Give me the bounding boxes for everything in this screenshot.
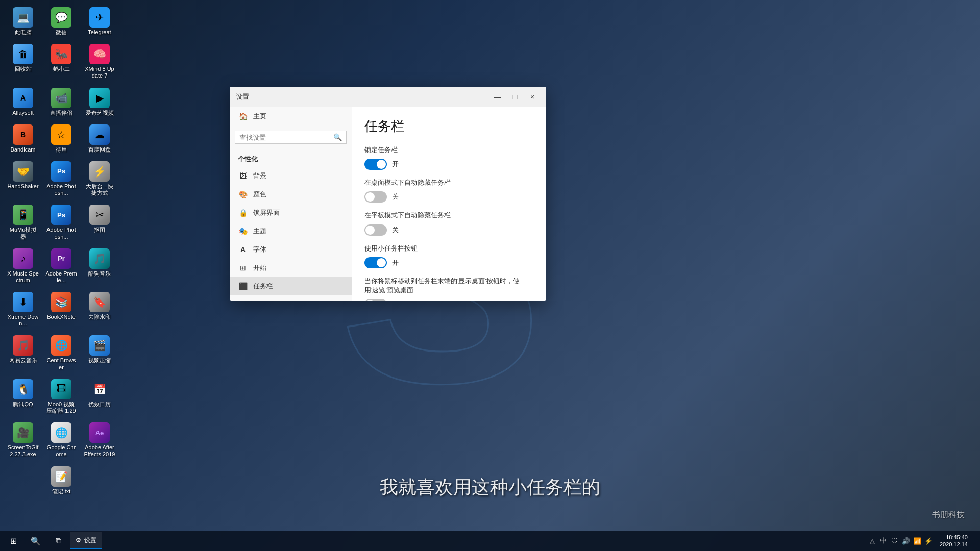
sidebar-item-background[interactable]: 🖼 背景 (230, 167, 352, 185)
desktop-icon-telegram[interactable]: ✈ Telegreat (82, 5, 117, 38)
sidebar-item-font[interactable]: A 字体 (230, 240, 352, 259)
active-settings-btn[interactable]: ⚙ 设置 (70, 532, 102, 549)
desktop-icon-moo0[interactable]: 🎞 Moo0 视频压缩器 1.29 (43, 377, 79, 416)
desktop: S 💻 此电脑 💬 微信 ✈ Telegreat 🗑 回收站 🐜 蚂小二 🧠 X… (0, 0, 980, 551)
desktop-icon-notepad[interactable]: 📝 笔记.txt (43, 464, 79, 497)
live-icon: 📹 (51, 88, 71, 108)
lock-taskbar-toggle-row: 开 (364, 159, 534, 170)
desktop-icon-daihao[interactable]: ☆ 待用 (43, 122, 79, 155)
tray-caret[interactable]: △ (867, 532, 877, 549)
desktop-icon-recycle[interactable]: 🗑 回收站 (5, 42, 41, 81)
desktop-icon-video[interactable]: 🎬 视频压缩 (82, 333, 117, 372)
small-buttons-toggle-row: 开 (364, 257, 534, 268)
window-controls: — □ × (490, 91, 540, 103)
desktop-icon-ps2[interactable]: Ps Adobe Photosh... (43, 203, 79, 242)
lock-taskbar-label: 锁定任务栏 (364, 145, 534, 155)
pr-icon: Pr (51, 248, 71, 269)
search-input[interactable] (239, 134, 330, 141)
desktop-icon-xmusic[interactable]: ♪ X Music Spectrum (5, 246, 41, 286)
desktop-icon-chrome[interactable]: 🌐 Google Chrome (43, 420, 79, 460)
settings-main-content: 任务栏 锁定任务栏 开 在桌面模式下自动隐藏任务栏 (352, 107, 546, 301)
cortana-button[interactable]: 🔍 (26, 532, 46, 549)
desktop-icon-ant[interactable]: 🐜 蚂小二 (43, 42, 79, 81)
daihao-label: 待用 (56, 146, 67, 153)
desktop-icon-qianqian[interactable]: 🎵 酷狗音乐 (82, 246, 117, 286)
home-icon: 🏠 (238, 111, 248, 121)
show-desktop-toggle-row: 关 (364, 299, 534, 301)
show-desktop-btn[interactable] (974, 532, 977, 549)
ant-label: 蚂小二 (53, 66, 70, 72)
sidebar-home-label: 主页 (253, 112, 266, 121)
small-buttons-label: 使用小任务栏按钮 (364, 244, 534, 253)
sidebar-item-start[interactable]: ⊞ 开始 (230, 259, 352, 277)
desktop-icon-ps[interactable]: Ps Adobe Photosh... (43, 159, 79, 198)
desktop-icon-qqim[interactable]: 🐧 腾讯QQ (5, 377, 41, 416)
tray-icons: △ 中 🛡 🔊 📶 ⚡ (867, 532, 934, 549)
desktop-icons-grid: 💻 此电脑 💬 微信 ✈ Telegreat 🗑 回收站 🐜 蚂小二 🧠 XMi… (0, 0, 122, 502)
fumi-label: 抠图 (94, 227, 105, 233)
sidebar-item-lockscreen[interactable]: 🔒 锁屏界面 (230, 204, 352, 222)
baidu-label: 百度网盘 (88, 146, 111, 153)
auto-hide-tablet-label: 在平板模式下自动隐藏任务栏 (364, 211, 534, 220)
active-app-label: 设置 (84, 536, 96, 545)
desktop-icon-kuaijie[interactable]: ⚡ 大后台 - 快捷方式 (82, 159, 117, 198)
lock-taskbar-toggle[interactable] (364, 159, 387, 170)
live-label: 直播伴侣 (50, 110, 72, 116)
moo0-icon: 🎞 (51, 379, 71, 399)
desktop-icon-pr[interactable]: Pr Adobe Premie... (43, 246, 79, 286)
clock[interactable]: 18:45:40 2020.12.14 (937, 533, 971, 549)
bottom-text: 我就喜欢用这种小任务栏的 (380, 475, 600, 500)
desktop-icon-watermark[interactable]: 🔖 去除水印 (82, 290, 117, 329)
minimize-button[interactable]: — (490, 91, 505, 103)
sidebar-item-home[interactable]: 🏠 主页 (230, 107, 352, 126)
desktop-icon-bookxnote[interactable]: 📚 BookXNote (43, 290, 79, 329)
xtreme-icon: ⬇ (13, 292, 33, 312)
show-desktop-label: 当你将鼠标移动到任务栏末端的'显示桌面'按钮时，使用'速览'预览桌面 (364, 277, 534, 295)
bookxnote-icon: 📚 (51, 292, 71, 312)
small-buttons-toggle[interactable] (364, 257, 387, 268)
theme-icon: 🎭 (238, 226, 248, 236)
desktop-icon-cent[interactable]: 🌐 Cent Browser (43, 333, 79, 372)
desktop-icon-bandicam[interactable]: B Bandicam (5, 122, 41, 155)
desktop-icon-wechat[interactable]: 💬 微信 (43, 5, 79, 38)
desktop-icon-mypc[interactable]: 💻 此电脑 (5, 5, 41, 38)
sidebar-item-color[interactable]: 🎨 颜色 (230, 185, 352, 204)
ps-icon: Ps (51, 161, 71, 182)
auto-hide-tablet-toggle[interactable] (364, 224, 387, 236)
desktop-icon-ae[interactable]: Ae Adobe After Effects 2019 (82, 420, 117, 460)
desktop-icon-screentogif[interactable]: 🎥 ScreenToGif 2.27.3.exe (5, 420, 41, 460)
desktop-icon-handshaker[interactable]: 🤝 HandShaker (5, 159, 41, 198)
tray-network[interactable]: 📶 (912, 532, 922, 549)
notepad-label: 笔记.txt (52, 488, 71, 495)
auto-hide-desktop-toggle[interactable] (364, 191, 387, 203)
xtreme-label: Xtreme Down... (7, 314, 39, 327)
desktop-icon-live[interactable]: 📹 直播伴侣 (43, 86, 79, 118)
sidebar-item-theme[interactable]: 🎭 主题 (230, 222, 352, 240)
telegram-label: Telegreat (88, 29, 111, 36)
desktop-icon-fumi[interactable]: ✂ 抠图 (82, 203, 117, 242)
ae-label: Adobe After Effects 2019 (84, 444, 115, 458)
maximize-button[interactable]: □ (507, 91, 523, 103)
theme-label: 主题 (253, 227, 266, 236)
taskbar-nav-label: 任务栏 (253, 282, 273, 291)
desktop-icon-youxiao[interactable]: 📅 优效日历 (82, 377, 117, 416)
start-button[interactable]: ⊞ (3, 532, 23, 549)
tray-battery[interactable]: ⚡ (923, 532, 934, 549)
desktop-icon-xmind[interactable]: 🧠 XMind 8 Update 7 (82, 42, 117, 81)
show-desktop-toggle[interactable] (364, 299, 387, 301)
tray-volume[interactable]: 🔊 (901, 532, 911, 549)
tray-keyboard[interactable]: 中 (878, 532, 889, 549)
desktop-icon-baidu[interactable]: ☁ 百度网盘 (82, 122, 117, 155)
sidebar-item-taskbar[interactable]: ⬛ 任务栏 (230, 277, 352, 295)
settings-window: 设置 — □ × 🏠 主页 🔍 (230, 87, 546, 301)
desktop-icon-mumu[interactable]: 📱 MuMu模拟器 (5, 203, 41, 242)
desktop-icon-allay[interactable]: A Allaysoft (5, 86, 41, 118)
desktop-icon-iqiyi[interactable]: ▶ 爱奇艺视频 (82, 86, 117, 118)
search-box[interactable]: 🔍 (235, 131, 347, 144)
desktop-icon-xtreme[interactable]: ⬇ Xtreme Down... (5, 290, 41, 329)
close-button[interactable]: × (525, 91, 540, 103)
qqim-label: 腾讯QQ (13, 401, 33, 408)
desktop-icon-163music[interactable]: 🎵 网易云音乐 (5, 333, 41, 372)
task-view-button[interactable]: ⧉ (48, 532, 68, 549)
tray-shield[interactable]: 🛡 (890, 532, 900, 549)
